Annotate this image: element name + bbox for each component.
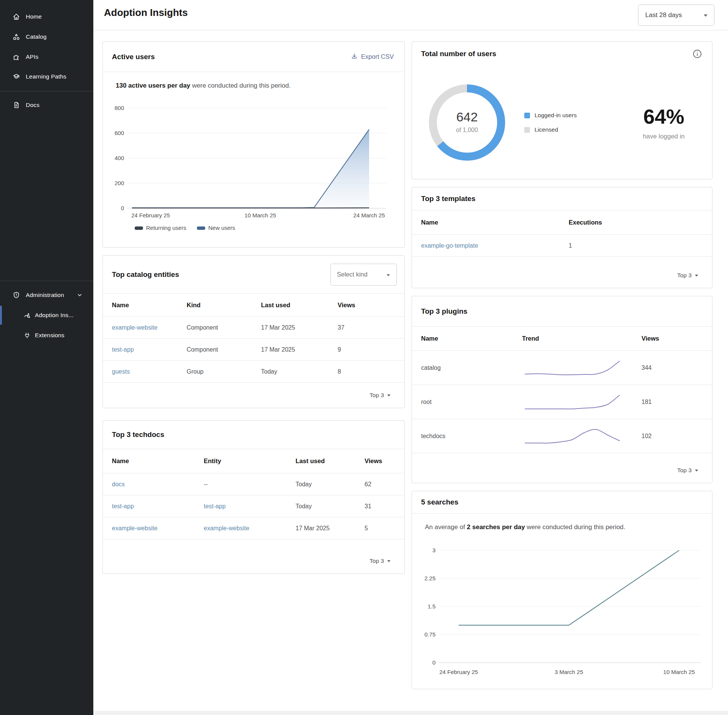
table-cell: root xyxy=(421,399,522,405)
sidebar-item-administration[interactable]: Administration xyxy=(0,286,93,305)
entity-link[interactable]: example-website xyxy=(204,525,296,532)
rows-count-select[interactable]: Top 3 xyxy=(370,558,391,564)
table-row: test-appComponent17 Mar 20259 xyxy=(103,339,404,361)
sidebar-divider xyxy=(0,91,93,91)
card-title: Active users xyxy=(112,53,155,61)
total-users-card: Total number of users 642of 1,000 Logged… xyxy=(412,41,712,179)
learning-paths-icon xyxy=(13,73,20,80)
table-header-row: Name Entity Last used Views xyxy=(103,449,404,473)
column-header: Last used xyxy=(296,457,365,465)
sidebar-item-learning-paths[interactable]: Learning Paths xyxy=(0,67,93,86)
table-row: root181 xyxy=(412,385,712,419)
table-footer: Top 3 xyxy=(103,548,404,574)
table-row: example-go-template1 xyxy=(412,235,712,257)
sidebar-item-label: Learning Paths xyxy=(26,73,66,80)
table-cell: Today xyxy=(296,503,365,510)
sidebar-item-docs[interactable]: Docs xyxy=(0,96,93,115)
date-range-value: Last 28 days xyxy=(645,11,682,19)
entity-link[interactable]: test-app xyxy=(204,503,296,510)
table-cell: 9 xyxy=(338,346,395,353)
chart-summary: An average of 2 searches per day were co… xyxy=(412,523,712,531)
table-cell: 17 Mar 2025 xyxy=(261,346,338,353)
column-header: Name xyxy=(421,219,569,226)
table-cell: Component xyxy=(187,324,261,331)
home-icon xyxy=(13,13,20,20)
table-cell: 17 Mar 2025 xyxy=(261,324,338,331)
trend-sparkline xyxy=(522,357,623,379)
active-users-chart: 020040060080024 February 2510 March 2524… xyxy=(112,97,396,237)
table-row: catalog344 xyxy=(412,351,712,385)
table-header-row: Name Trend Views xyxy=(412,327,712,351)
table-row: example-websiteexample-website17 Mar 202… xyxy=(103,517,404,539)
horizontal-scrollbar[interactable] xyxy=(93,711,728,715)
entity-link[interactable]: example-go-template xyxy=(421,242,569,249)
rows-count-select[interactable]: Top 3 xyxy=(677,272,698,279)
chevron-down-icon[interactable] xyxy=(77,292,83,300)
svg-text:10 March 25: 10 March 25 xyxy=(663,669,695,675)
donut-legend: Logged-in users Licensed xyxy=(524,112,577,133)
page-header: Adoption Insights Last 28 days xyxy=(93,0,728,30)
svg-text:10 March 25: 10 March 25 xyxy=(244,212,276,218)
insights-icon xyxy=(24,311,31,319)
rows-count-select[interactable]: Top 3 xyxy=(370,392,391,399)
info-icon[interactable] xyxy=(692,49,702,59)
table-cell: Today xyxy=(261,368,338,375)
table-cell: 181 xyxy=(642,399,703,405)
table-header-row: Name Executions xyxy=(412,211,712,235)
table-row: docs--Today62 xyxy=(103,473,404,495)
column-header: Executions xyxy=(569,219,703,226)
table-cell: 344 xyxy=(642,365,703,371)
api-icon xyxy=(13,53,20,61)
entity-link[interactable]: example-website xyxy=(112,324,187,331)
entity-link[interactable]: example-website xyxy=(112,525,204,532)
card-title: Top 3 plugins xyxy=(421,307,467,316)
catalog-icon xyxy=(13,33,20,41)
table-cell: 8 xyxy=(338,368,395,375)
column-header: Views xyxy=(365,457,395,465)
sidebar-item-extensions[interactable]: Extensions xyxy=(0,326,93,345)
column-header: Last used xyxy=(261,302,338,309)
table-footer: Top 3 xyxy=(412,458,712,483)
svg-text:400: 400 xyxy=(115,155,124,161)
export-csv-button[interactable]: Export CSV xyxy=(351,53,394,61)
column-header: Entity xyxy=(204,457,296,465)
table-header-row: Name Kind Last used Views xyxy=(103,294,404,317)
sidebar-item-apis[interactable]: APIs xyxy=(0,47,93,66)
table-footer: Top 3 xyxy=(412,263,712,288)
svg-text:800: 800 xyxy=(115,105,124,111)
svg-text:0: 0 xyxy=(121,205,124,211)
page-title: Adoption Insights xyxy=(104,7,188,19)
legend-item: Licensed xyxy=(524,126,577,133)
sidebar-item-label: Adoption Ins... xyxy=(35,312,74,319)
sidebar-item-catalog[interactable]: Catalog xyxy=(0,27,93,46)
entity-link[interactable]: docs xyxy=(112,481,204,488)
entity-link[interactable]: test-app xyxy=(112,503,204,510)
searches-chart: 00.751.52.25324 February 253 March 2510 … xyxy=(421,539,706,687)
table-cell: 31 xyxy=(365,503,395,510)
table-row: techdocs102 xyxy=(412,419,712,453)
export-csv-label: Export CSV xyxy=(361,53,394,60)
sidebar-item-home[interactable]: Home xyxy=(0,7,93,26)
sidebar: Home Catalog APIs Learning Paths Docs Ad… xyxy=(0,0,93,715)
table-cell: -- xyxy=(204,481,296,488)
entity-link[interactable]: test-app xyxy=(112,346,187,353)
table-cell: 5 xyxy=(365,525,395,532)
svg-text:600: 600 xyxy=(115,130,124,136)
rows-count-select[interactable]: Top 3 xyxy=(677,467,698,474)
entity-link[interactable]: guests xyxy=(112,368,187,375)
kind-filter-select[interactable]: Select kind xyxy=(330,264,397,286)
svg-text:2.25: 2.25 xyxy=(425,575,436,581)
active-users-card: Active users Export CSV 130 active users… xyxy=(102,41,405,248)
date-range-select[interactable]: Last 28 days xyxy=(638,5,714,26)
column-header: Views xyxy=(642,335,703,342)
svg-text:3 March 25: 3 March 25 xyxy=(555,669,583,675)
kind-filter-placeholder: Select kind xyxy=(337,271,368,278)
svg-text:24 February 25: 24 February 25 xyxy=(131,212,170,218)
sidebar-divider xyxy=(0,281,93,281)
svg-text:of 1,000: of 1,000 xyxy=(456,127,478,133)
card-title: Total number of users xyxy=(421,50,496,58)
sidebar-item-adoption-insights[interactable]: Adoption Ins... xyxy=(0,306,93,325)
svg-text:3: 3 xyxy=(432,547,436,553)
svg-text:24 February 25: 24 February 25 xyxy=(439,669,478,675)
svg-text:0.75: 0.75 xyxy=(425,631,436,638)
